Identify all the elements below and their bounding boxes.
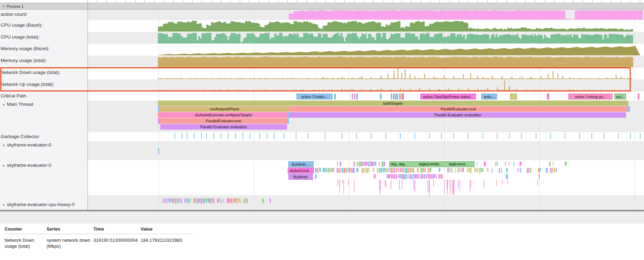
ruler-tick <box>364 0 364 2</box>
ruler-tick <box>335 0 335 2</box>
skyframe-evaluator2-row-1-span[interactable]: BuildInfo ... <box>288 161 314 167</box>
critical-path-span[interactable] <box>401 94 404 100</box>
sidebar-track-label-10[interactable]: ▾skyframe-evaluator-0 <box>3 142 51 148</box>
cell-counter: Network Down usage (total) <box>5 234 47 249</box>
column-header-series[interactable]: Series <box>47 225 93 234</box>
critical-path-span[interactable]: act... <box>614 94 626 100</box>
track-label-text: skyframe-evaluator-0 <box>7 142 51 148</box>
main-thread-row-2-span[interactable]: runAnalysisPhase <box>160 106 289 112</box>
process-header[interactable]: ▾ Process 1 <box>0 3 644 9</box>
ruler-tick <box>506 0 507 2</box>
ruler-tick <box>221 0 221 2</box>
trace-viewer-window: ▾ Process 1 action count:CPU usage (Baze… <box>0 0 644 260</box>
span-label: skyframeExecutor.configureTargets <box>195 113 252 117</box>
critical-path-span[interactable] <box>638 94 639 100</box>
span-label: BuildInfo <box>294 175 308 179</box>
ruler-tick <box>468 0 469 2</box>
critical-path-span[interactable] <box>510 94 517 100</box>
sidebar-track-label-9[interactable]: Garbage Collector <box>1 134 39 139</box>
collapse-arrow-icon[interactable]: ▾ <box>3 203 5 207</box>
critical-path-span[interactable] <box>547 94 549 100</box>
ruler-tick <box>440 0 440 2</box>
ruler-tick <box>135 0 135 2</box>
ruler-tick <box>640 0 640 2</box>
sidebar-track-label-3[interactable]: Memory usage (Bazel): <box>1 46 50 51</box>
critical-path-span[interactable]: actio... <box>481 94 497 100</box>
span-label: action 'Linking go... <box>575 95 606 99</box>
main-thread-row-1-span[interactable]: buildTargets <box>158 101 628 106</box>
sidebar-track-label-5[interactable]: Network Down usage (total): <box>1 70 60 75</box>
table-row[interactable]: Network Down usage (total) system networ… <box>5 234 193 249</box>
ruler-tick <box>259 0 259 2</box>
ruler-tick <box>554 0 554 2</box>
critical-path-span[interactable]: action 'Linking go... <box>568 94 612 100</box>
main-thread-row-5-span[interactable]: Parallel Evaluator evaluation <box>160 124 287 130</box>
sidebar-track-label-2[interactable]: CPU usage (total): <box>1 34 40 40</box>
main-thread-row-2-span[interactable] <box>628 106 630 112</box>
skyframe-evaluator2-row-2-span[interactable]: ActionConti... <box>288 167 314 173</box>
track-label-text: Memory usage (Bazel): <box>1 46 50 51</box>
sidebar-track-label-4[interactable]: Memory usage (total): <box>1 58 47 63</box>
ruler-tick <box>97 0 97 2</box>
critical-path-span[interactable] <box>391 94 392 100</box>
sidebar-track-label-11[interactable]: ▾skyframe-evaluator-0 <box>3 163 51 168</box>
counter-sample-table: Counter Series Time Value Network Down u… <box>5 225 193 249</box>
critical-path-span[interactable] <box>395 94 398 100</box>
collapse-arrow-icon[interactable]: ▾ <box>3 103 5 107</box>
critical-path-span[interactable] <box>399 94 401 100</box>
critical-path-span[interactable] <box>352 94 353 100</box>
ruler-tick <box>354 0 355 2</box>
track-label-text: CPU usage (total): <box>1 34 40 40</box>
time-ruler[interactable] <box>0 0 644 3</box>
ruler-tick <box>183 0 183 2</box>
span-label: actio... <box>484 95 495 99</box>
main-thread-row-3-span[interactable]: Parallel Evaluator evaluation <box>289 112 626 118</box>
critical-path-span[interactable] <box>393 94 394 100</box>
ruler-tick <box>611 0 611 2</box>
main-thread-row-3-span[interactable] <box>287 112 289 118</box>
track-label-text: Network Up usage (total): <box>1 82 54 87</box>
collapse-arrow-icon[interactable]: ▾ <box>3 144 5 147</box>
critical-path-span[interactable] <box>380 94 382 100</box>
ruler-tick <box>373 0 373 2</box>
sidebar-track-label-7[interactable]: Critical Path <box>1 93 26 98</box>
critical-path-span[interactable]: action 'Creatin... <box>296 94 332 100</box>
ruler-tick <box>278 0 278 2</box>
column-header-value[interactable]: Value <box>141 225 193 234</box>
cell-value: 184.1793113323983 <box>141 234 193 249</box>
critical-path-span[interactable]: action 'GenObjcProtos video/... <box>420 94 476 100</box>
span-label: runAnalysisPhase <box>210 107 239 111</box>
ruler-tick <box>402 0 402 2</box>
sidebar-track-label-1[interactable]: CPU usage (Bazel): <box>1 22 42 28</box>
main-thread-row-3-span[interactable]: skyframeExecutor.configureTargets <box>160 112 287 118</box>
main-thread-row-4-span[interactable]: ParallelEvaluator.eval <box>160 118 287 124</box>
ruler-tick <box>621 0 621 2</box>
analysis-status-bar: 1 item selected. Counter Sample (1) <box>0 211 644 224</box>
column-header-counter[interactable]: Counter <box>5 225 47 234</box>
staging-span-label: stag...stag... <box>391 162 407 166</box>
main-thread-row-4-span[interactable] <box>287 118 289 124</box>
sidebar-track-label-0[interactable]: action count: <box>1 12 28 17</box>
ruler-tick <box>126 0 126 2</box>
column-header-time[interactable]: Time <box>93 225 141 234</box>
sidebar-track-label-6[interactable]: Network Up usage (total): <box>1 82 54 87</box>
span-label: ActionConti... <box>290 169 312 173</box>
collapse-arrow-icon[interactable]: ▾ <box>3 164 5 167</box>
selection-details-panel: Counter Series Time Value Network Down u… <box>0 224 644 260</box>
collapse-arrow-icon[interactable]: ▾ <box>3 5 5 8</box>
ruler-tick <box>383 0 383 2</box>
skyframe-evaluator2-row-3-span[interactable]: BuildInfo <box>288 174 313 180</box>
timeline-bottom-line <box>0 210 644 210</box>
critical-path-span[interactable] <box>356 94 358 100</box>
span-label: Parallel Evaluator evaluation <box>434 113 481 117</box>
ruler-tick <box>516 0 516 2</box>
ruler-tick <box>326 0 326 2</box>
ruler-tick <box>173 0 174 2</box>
critical-path-span[interactable] <box>334 94 336 100</box>
sidebar-track-label-12[interactable]: ▾skyframe-evaluator-cpu-heavy-0 <box>3 202 75 207</box>
sidebar-track-label-8[interactable]: ▾Main Thread <box>3 102 33 107</box>
critical-path-span[interactable] <box>354 94 355 100</box>
ruler-tick <box>430 0 430 2</box>
ruler-tick <box>411 0 412 2</box>
main-thread-row-2-span[interactable]: ParallelEvaluator.eval <box>289 106 628 112</box>
